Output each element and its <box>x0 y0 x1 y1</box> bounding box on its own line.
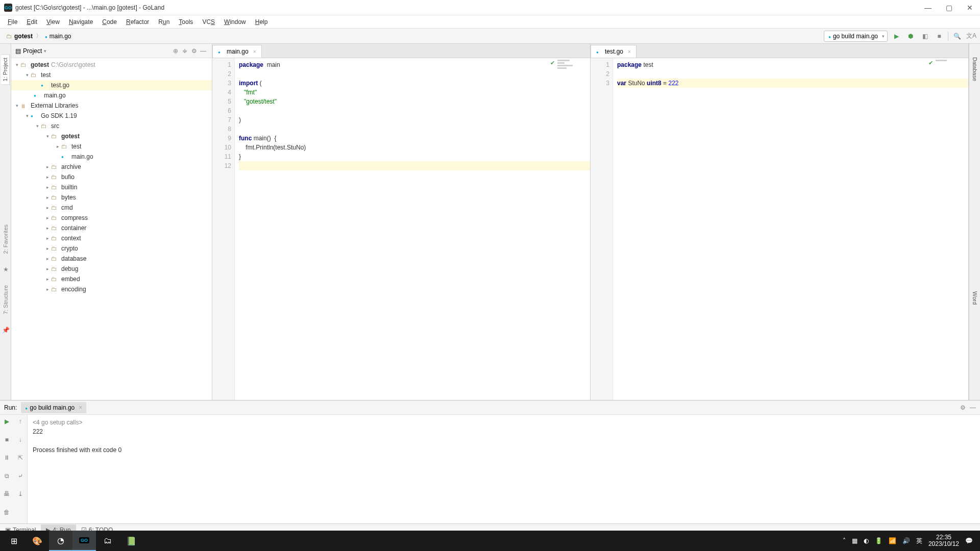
tab-test-go[interactable]: test.go× <box>591 45 636 58</box>
tree-gotest2[interactable]: ▾gotest <box>11 131 212 141</box>
tree-stdlib-8[interactable]: ▸crypto <box>11 243 212 254</box>
start-button[interactable]: ⊞ <box>2 531 26 551</box>
tool-tab-structure[interactable]: 7: Structure <box>3 285 9 314</box>
menu-refactor[interactable]: Refactor <box>122 17 153 27</box>
settings-icon[interactable]: ⚙ <box>189 47 199 55</box>
maximize-button[interactable]: ▢ <box>946 4 952 12</box>
wrap-button[interactable]: ⤶ <box>14 469 28 483</box>
scroll-button[interactable]: ⤓ <box>14 487 28 500</box>
taskbar-app-2[interactable]: ◔ <box>49 531 72 551</box>
editor-body-left[interactable]: 123456789101112 package main import ( "f… <box>212 58 590 400</box>
editor-body-right[interactable]: 123 package test var StuNo uint8 = 222 ✔ <box>591 58 968 400</box>
tool-tab-favorites[interactable]: 2: Favorites <box>3 224 9 254</box>
coverage-button[interactable]: ◧ <box>919 31 930 42</box>
crumb-project[interactable]: gotest <box>14 33 33 40</box>
close-icon[interactable]: × <box>628 49 631 55</box>
notifications-icon[interactable]: 💬 <box>965 537 973 544</box>
rerun-button[interactable]: ▶ <box>0 415 14 428</box>
taskbar-app-5[interactable]: 📗 <box>119 531 143 551</box>
tree-main-go2[interactable]: main.go <box>11 152 212 162</box>
menu-vcs[interactable]: VCS <box>199 17 218 27</box>
hide-run-icon[interactable]: — <box>970 404 976 411</box>
taskbar-goland[interactable]: GO <box>72 531 96 551</box>
tree-stdlib-1[interactable]: ▸bufio <box>11 172 212 182</box>
hide-icon[interactable]: — <box>199 47 208 55</box>
debug-button[interactable]: ⬢ <box>905 31 916 42</box>
minimize-button[interactable]: — <box>924 4 932 12</box>
tree-go-sdk[interactable]: ▾Go SDK 1.19 <box>11 111 212 121</box>
tree-stdlib-10[interactable]: ▸debug <box>11 264 212 274</box>
close-icon[interactable]: × <box>253 49 256 55</box>
locale-button[interactable]: 文A <box>966 31 977 42</box>
pin-icon[interactable]: 📌 <box>2 327 10 334</box>
ime-indicator[interactable]: 英 <box>916 537 922 545</box>
tree-stdlib-9[interactable]: ▸database <box>11 254 212 264</box>
star-icon[interactable]: ★ <box>3 266 9 273</box>
battery-icon[interactable]: 🔋 <box>875 537 883 544</box>
menu-tools[interactable]: Tools <box>175 17 197 27</box>
down-button[interactable]: ↓ <box>14 433 28 446</box>
tree-root[interactable]: ▾gotestC:\Go\src\gotest <box>11 60 212 70</box>
tree-src[interactable]: ▾src <box>11 121 212 131</box>
taskbar-explorer[interactable]: 🗂 <box>96 531 119 551</box>
menu-window[interactable]: Window <box>220 17 250 27</box>
tree-file-main-go[interactable]: main.go <box>11 90 212 101</box>
tree-stdlib-11[interactable]: ▸embed <box>11 274 212 284</box>
tab-main-go[interactable]: main.go× <box>212 45 262 58</box>
minimap-left[interactable]: ✔ <box>557 60 581 85</box>
tree-stdlib-3[interactable]: ▸bytes <box>11 192 212 203</box>
menu-help[interactable]: Help <box>252 17 272 27</box>
tool-tab-project[interactable]: 1: Project <box>1 54 10 85</box>
collapse-icon[interactable]: ≑ <box>180 47 189 55</box>
search-button[interactable]: 🔍 <box>951 31 963 42</box>
tree-stdlib-0[interactable]: ▸archive <box>11 162 212 172</box>
tray-icon[interactable]: ▦ <box>852 537 857 544</box>
tree-stdlib-4[interactable]: ▸cmd <box>11 203 212 213</box>
project-tree[interactable]: ▾gotestC:\Go\src\gotest ▾test test.go ma… <box>11 58 212 400</box>
stop-run-button[interactable]: ■ <box>0 433 14 446</box>
run-tab[interactable]: go build main.go× <box>21 402 86 413</box>
menu-run[interactable]: Run <box>155 17 173 27</box>
locate-icon[interactable]: ⊕ <box>171 47 180 55</box>
run-button[interactable]: ▶ <box>891 31 902 42</box>
tree-file-test-go[interactable]: test.go <box>11 80 212 90</box>
tree-test2[interactable]: ▸test <box>11 141 212 152</box>
taskbar-clock[interactable]: 22:352023/10/12 <box>928 534 959 547</box>
stop-button[interactable]: ■ <box>934 31 945 42</box>
code-left[interactable]: package main import ( "fmt" "gotest/test… <box>235 58 590 400</box>
tree-stdlib-2[interactable]: ▸builtin <box>11 182 212 192</box>
menu-edit[interactable]: Edit <box>23 17 41 27</box>
taskbar-app-1[interactable]: 🎨 <box>26 531 49 551</box>
tray-icon[interactable]: ◐ <box>864 537 869 544</box>
crumb-file[interactable]: main.go <box>50 33 71 40</box>
menu-file[interactable]: File <box>4 17 21 27</box>
minimap-right[interactable]: ✔ <box>936 60 959 85</box>
trash-button[interactable]: 🗑 <box>0 506 14 519</box>
volume-icon[interactable]: 🔊 <box>902 537 910 544</box>
menu-navigate[interactable]: Navigate <box>65 17 96 27</box>
menu-code[interactable]: Code <box>99 17 120 27</box>
export-button[interactable]: ⇱ <box>14 451 28 464</box>
filter-button[interactable]: ⧉ <box>0 469 14 483</box>
gear-icon[interactable]: ⚙ <box>960 404 966 411</box>
tree-stdlib-12[interactable]: ▸encoding <box>11 284 212 294</box>
run-console[interactable]: <4 go setup calls> 222 Process finished … <box>28 415 980 523</box>
code-right[interactable]: package test var StuNo uint8 = 222 <box>613 58 968 400</box>
breadcrumb[interactable]: gotest 〉 main.go <box>3 31 75 41</box>
menu-view[interactable]: View <box>43 17 63 27</box>
tree-folder-test[interactable]: ▾test <box>11 70 212 80</box>
tool-tab-word[interactable]: Word <box>971 288 979 308</box>
tree-external-libs[interactable]: ▾External Libraries <box>11 101 212 111</box>
close-button[interactable]: ✕ <box>967 4 973 12</box>
tree-stdlib-7[interactable]: ▸context <box>11 233 212 243</box>
print-button[interactable]: 🖶 <box>0 487 14 500</box>
run-config-selector[interactable]: go build main.go <box>824 31 888 42</box>
wifi-icon[interactable]: 📶 <box>889 537 896 544</box>
up-button[interactable]: ↑ <box>14 415 28 428</box>
tree-stdlib-5[interactable]: ▸compress <box>11 213 212 223</box>
chevron-up-icon[interactable]: ˄ <box>843 537 846 544</box>
tree-stdlib-6[interactable]: ▸container <box>11 223 212 233</box>
tool-tab-database[interactable]: Database <box>971 54 979 84</box>
system-tray[interactable]: ˄ ▦ ◐ 🔋 📶 🔊 英 22:352023/10/12 💬 <box>843 534 978 547</box>
pause-button[interactable]: ⏸ <box>0 451 14 464</box>
